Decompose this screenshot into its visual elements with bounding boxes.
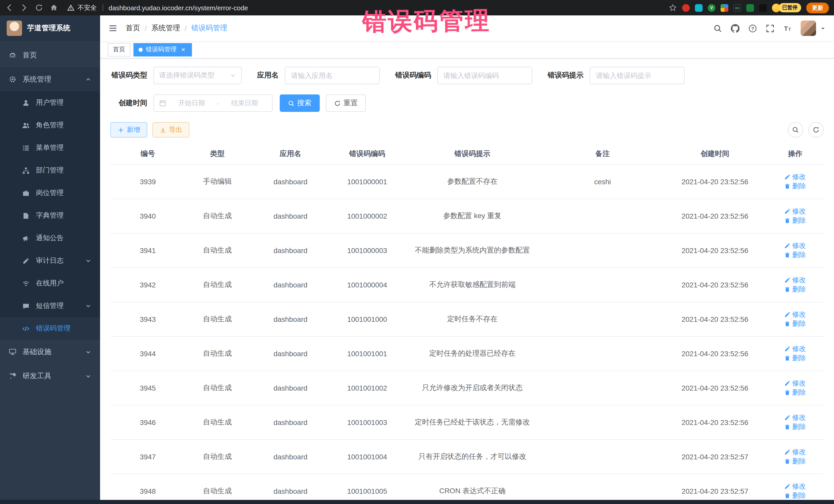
select-placeholder: 请选择错误码类型 <box>159 71 215 80</box>
sidebar-item-role-management[interactable]: 角色管理 <box>0 114 100 136</box>
edit-icon <box>785 174 791 180</box>
edit-link[interactable]: 修改 <box>785 344 806 354</box>
search-button[interactable]: 搜索 <box>280 94 320 112</box>
sidebar-item-dev-tools[interactable]: 研发工具 <box>0 364 100 388</box>
sidebar-item-audit-log[interactable]: 审计日志 <box>0 249 100 272</box>
bookmark-star-icon[interactable] <box>669 4 677 12</box>
close-icon[interactable]: × <box>180 46 187 53</box>
sidebar-item-label: 系统管理 <box>23 75 85 84</box>
svg-text:T: T <box>788 27 791 31</box>
delete-link[interactable]: 删除 <box>785 319 806 328</box>
edit-link[interactable]: 修改 <box>785 482 806 491</box>
edit-label: 修改 <box>792 447 806 457</box>
cell-app: dashboard <box>249 233 332 268</box>
sidebar-item-user-management[interactable]: 用户管理 <box>0 91 100 114</box>
plus-icon <box>117 127 124 133</box>
tree-icon <box>22 167 30 174</box>
error-code-input[interactable] <box>437 67 532 84</box>
breadcrumb-item[interactable]: 首页 <box>126 24 140 33</box>
edit-link[interactable]: 修改 <box>785 207 806 216</box>
sidebar-item-dict-management[interactable]: 字典管理 <box>0 204 100 227</box>
fullscreen-icon[interactable] <box>766 24 774 32</box>
sidebar-item-online-users[interactable]: 在线用户 <box>0 272 100 294</box>
error-hint-input[interactable] <box>590 67 685 84</box>
delete-link[interactable]: 删除 <box>785 491 806 500</box>
extension-icon[interactable] <box>695 4 703 12</box>
app-name-input[interactable] <box>285 67 380 84</box>
tag-error-code[interactable]: 错误码管理× <box>133 43 192 56</box>
edit-label: 修改 <box>792 310 806 319</box>
toggle-search-button[interactable] <box>788 122 803 137</box>
filter-label-app: 应用名 <box>257 71 279 80</box>
search-icon[interactable] <box>714 24 722 32</box>
cell-remark <box>542 405 663 440</box>
sidebar-menu: 首页系统管理用户管理角色管理菜单管理部门管理岗位管理字典管理通知公告审计日志在线… <box>0 41 100 504</box>
add-button[interactable]: 新增 <box>110 122 147 137</box>
edit-link[interactable]: 修改 <box>785 276 806 285</box>
table-head: 编号类型应用名错误码编码错误码提示备注创建时间操作 <box>110 144 824 165</box>
delete-link[interactable]: 删除 <box>785 182 806 191</box>
extension-icon[interactable] <box>746 4 754 12</box>
sidebar-item-system-management[interactable]: 系统管理 <box>0 67 100 91</box>
delete-link[interactable]: 删除 <box>785 285 806 294</box>
error-type-select[interactable]: 请选择错误码类型 <box>153 67 242 84</box>
column-header: 操作 <box>767 144 824 165</box>
sidebar-item-label: 短信管理 <box>36 301 85 310</box>
tag-label: 错误码管理 <box>146 45 177 54</box>
edit-link[interactable]: 修改 <box>785 379 806 388</box>
home-icon[interactable] <box>50 4 58 12</box>
edit-link[interactable]: 修改 <box>785 413 806 422</box>
font-size-icon[interactable]: TT <box>783 24 792 32</box>
delete-link[interactable]: 删除 <box>785 354 806 363</box>
extensions-menu-icon[interactable] <box>721 4 728 12</box>
create-time-range-picker[interactable]: 开始日期 - 结束日期 <box>153 94 272 112</box>
tag-home[interactable]: 首页 <box>108 43 130 56</box>
sidebar-item-label: 错误码管理 <box>36 324 91 333</box>
sidebar-item-post-management[interactable]: 岗位管理 <box>0 182 100 204</box>
sidebar-item-menu-management[interactable]: 菜单管理 <box>0 136 100 159</box>
puzzle-icon[interactable] <box>759 4 767 12</box>
github-icon[interactable] <box>731 24 740 32</box>
edit-link[interactable]: 修改 <box>785 310 806 319</box>
url-text: dashboard.yudao.iocoder.cn/system/error-… <box>109 4 248 12</box>
cell-hint: 只允许修改为开启或者关闭状态 <box>403 371 542 405</box>
sidebar-toggle-icon[interactable] <box>108 24 117 33</box>
delete-link[interactable]: 删除 <box>785 250 806 260</box>
browser-update-button[interactable]: 更新 <box>806 2 829 13</box>
cell-code: 1001000002 <box>332 199 403 233</box>
edit-link[interactable]: 修改 <box>785 241 806 250</box>
code-value: 1001001005 <box>347 487 387 495</box>
extension-icon[interactable] <box>682 4 690 12</box>
breadcrumb-item[interactable]: 系统管理 <box>151 24 180 33</box>
sidebar-item-error-code-management[interactable]: 错误码管理 <box>0 317 100 340</box>
delete-link[interactable]: 删除 <box>785 422 806 432</box>
breadcrumb-item[interactable]: 错误码管理 <box>192 24 227 33</box>
delete-link[interactable]: 删除 <box>785 457 806 466</box>
chevron-down-icon <box>230 72 236 79</box>
extension-icon[interactable]: V <box>708 4 716 12</box>
profile-chip[interactable]: 已暂停 <box>772 3 801 12</box>
sidebar-item-infrastructure[interactable]: 基础设施 <box>0 340 100 364</box>
address-bar[interactable]: 不安全 dashboard.yudao.iocoder.cn/system/er… <box>62 3 665 12</box>
delete-link[interactable]: 删除 <box>785 216 806 225</box>
reload-icon[interactable] <box>35 4 43 12</box>
extension-icon[interactable]: on <box>733 4 741 12</box>
cell-id: 3942 <box>110 268 185 302</box>
edit-link[interactable]: 修改 <box>785 172 806 182</box>
cell-type: 自动生成 <box>185 336 249 371</box>
back-icon[interactable] <box>5 4 13 12</box>
caret-down-icon[interactable] <box>820 25 826 31</box>
edit-link[interactable]: 修改 <box>785 447 806 457</box>
tag-label: 首页 <box>113 45 125 54</box>
sidebar-item-home[interactable]: 首页 <box>0 43 100 67</box>
reset-button[interactable]: 重置 <box>326 94 366 112</box>
delete-link[interactable]: 删除 <box>785 388 806 397</box>
forward-icon[interactable] <box>20 4 28 12</box>
sidebar-item-dept-management[interactable]: 部门管理 <box>0 159 100 182</box>
sidebar-item-sms-management[interactable]: 短信管理 <box>0 294 100 317</box>
export-button[interactable]: 导出 <box>152 122 190 137</box>
sidebar-item-notice-announcement[interactable]: 通知公告 <box>0 227 100 249</box>
help-icon[interactable]: ? <box>748 24 757 32</box>
refresh-table-button[interactable] <box>808 122 824 137</box>
user-avatar[interactable] <box>800 21 816 36</box>
